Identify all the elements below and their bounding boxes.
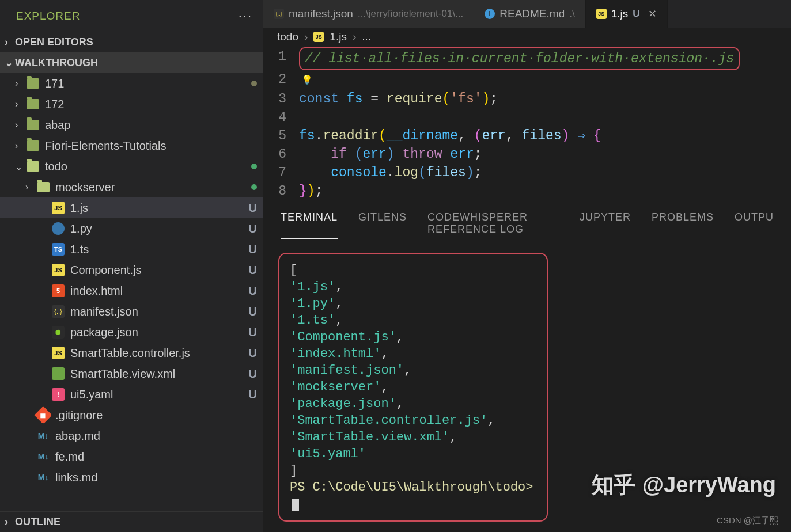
explorer-sidebar: EXPLORER ··· › OPEN EDITORS ⌄ WALKTHROUG… — [0, 0, 263, 532]
cursor — [292, 499, 299, 511]
panel-tab[interactable]: GITLENS — [358, 211, 407, 239]
folder-item[interactable]: ›abap — [0, 115, 263, 135]
terminal-line: 'ui5.yaml' — [290, 446, 536, 462]
file-item[interactable]: ⬢package.jsonU — [0, 322, 263, 343]
folder-item[interactable]: ›172 — [0, 94, 263, 115]
editor-tab[interactable]: iREADME.md.\ — [474, 0, 585, 28]
file-item[interactable]: 5index.htmlU — [0, 280, 263, 301]
folder-item[interactable]: ›Fiori-Elements-Tutotials — [0, 135, 263, 156]
git-status: U — [249, 347, 257, 360]
file-item[interactable]: 1.pyU — [0, 218, 263, 239]
git-status: U — [249, 222, 257, 235]
item-label: Fiori-Elements-Tutotials — [45, 139, 257, 153]
xml-icon — [52, 367, 65, 380]
tab-label: README.md — [499, 7, 565, 20]
py-icon — [52, 222, 65, 235]
info-icon: i — [485, 9, 495, 19]
item-label: 1.js — [70, 202, 245, 215]
code-editor[interactable]: 1// list·all·files·in·current·folder·wit… — [263, 46, 791, 200]
panel-tab[interactable]: JUPYTER — [580, 211, 631, 239]
file-item[interactable]: JSSmartTable.controller.jsU — [0, 343, 263, 363]
file-item[interactable]: {..}manifest.jsonU — [0, 301, 263, 322]
editor-area: {..}manifest.json...\jerryfiorielement-0… — [263, 0, 791, 532]
item-label: .gitignore — [55, 409, 257, 422]
js-icon: JS — [596, 9, 607, 19]
chevron-icon: › — [15, 99, 23, 109]
walkthrough-section[interactable]: ⌄ WALKTHROUGH — [0, 52, 263, 73]
folder-icon — [27, 120, 39, 130]
more-icon[interactable]: ··· — [239, 9, 252, 24]
editor-tab[interactable]: {..}manifest.json...\jerryfiorielement-0… — [263, 0, 474, 28]
file-item[interactable]: M↓abap.md — [0, 425, 263, 446]
open-editors-section[interactable]: › OPEN EDITORS — [0, 32, 263, 52]
git-status: U — [249, 388, 257, 401]
json-icon: {..} — [274, 9, 284, 19]
item-label: Component.js — [70, 264, 245, 277]
git-status: U — [249, 264, 257, 277]
item-label: SmartTable.view.xml — [70, 367, 245, 381]
folder-icon — [27, 161, 39, 172]
explorer-header: EXPLORER ··· — [0, 0, 263, 32]
folder-item[interactable]: ›171 — [0, 73, 263, 94]
item-label: ui5.yaml — [70, 388, 245, 401]
item-label: abap.md — [55, 430, 257, 443]
panel-tabs: TERMINALGITLENSCODEWHISPERER REFERENCE L… — [263, 204, 791, 242]
file-item[interactable]: TS1.tsU — [0, 239, 263, 260]
breadcrumb[interactable]: todo › JS 1.js › ... — [263, 28, 791, 46]
file-item[interactable]: JS1.jsU — [0, 197, 263, 218]
item-label: manifest.json — [70, 305, 245, 318]
item-label: 172 — [45, 98, 257, 111]
chevron-icon: › — [15, 120, 23, 130]
file-tree: ›171›172›abap›Fiori-Elements-Tutotials⌄t… — [0, 73, 263, 511]
modified-dot — [251, 184, 257, 190]
file-item[interactable]: M↓fe.md — [0, 446, 263, 467]
footer-credit: CSDN @汪子熙 — [717, 515, 778, 526]
folder-item[interactable]: ⌄todo — [0, 156, 263, 177]
item-label: index.html — [70, 284, 245, 298]
terminal-line: 'SmartTable.view.xml', — [290, 429, 536, 446]
file-item[interactable]: SmartTable.view.xmlU — [0, 363, 263, 384]
outline-section[interactable]: › OUTLINE — [0, 511, 263, 532]
tab-subtitle: ...\jerryfiorielement-01\... — [358, 8, 463, 20]
item-label: 1.ts — [70, 243, 245, 256]
panel-tab[interactable]: CODEWHISPERER REFERENCE LOG — [427, 211, 559, 239]
terminal-line: 'index.html', — [290, 345, 536, 362]
item-label: 1.py — [70, 222, 245, 235]
git-status: U — [249, 243, 257, 256]
close-icon[interactable]: ✕ — [648, 7, 657, 20]
folder-icon — [27, 140, 39, 151]
lightbulb-icon[interactable]: 💡 — [301, 75, 313, 86]
item-label: abap — [45, 119, 257, 132]
panel-tab[interactable]: OUTPU — [735, 211, 774, 239]
panel-tab[interactable]: TERMINAL — [281, 211, 338, 239]
git-status: U — [249, 305, 257, 318]
file-item[interactable]: !ui5.yamlU — [0, 384, 263, 405]
tab-label: manifest.json — [289, 7, 353, 20]
chevron-right-icon: › — [5, 36, 12, 48]
terminal-output[interactable]: [ '1.js', '1.py', '1.ts', 'Component.js'… — [278, 253, 548, 522]
file-item[interactable]: JSComponent.jsU — [0, 260, 263, 280]
ts-icon: TS — [52, 243, 65, 256]
terminal-line: 'package.json', — [290, 396, 536, 412]
git-status: U — [249, 367, 257, 381]
terminal-line: 'mockserver', — [290, 379, 536, 396]
md-icon: M↓ — [37, 450, 50, 463]
editor-tab[interactable]: JS1.jsU✕ — [586, 0, 668, 28]
md-icon: M↓ — [37, 430, 50, 442]
chevron-right-icon: › — [304, 31, 308, 43]
node-icon: ⬢ — [52, 326, 65, 339]
tab-bar: {..}manifest.json...\jerryfiorielement-0… — [263, 0, 791, 28]
folder-icon — [27, 78, 39, 89]
terminal-line: '1.js', — [290, 279, 536, 295]
file-item[interactable]: M↓links.md — [0, 467, 263, 488]
item-label: todo — [45, 160, 248, 173]
chevron-right-icon: › — [5, 516, 12, 528]
panel-tab[interactable]: PROBLEMS — [652, 211, 714, 239]
folder-item[interactable]: ›mockserver — [0, 177, 263, 197]
js-icon: JS — [313, 32, 324, 42]
modified-dot — [251, 81, 257, 86]
terminal-line: 'SmartTable.controller.js', — [290, 412, 536, 429]
git-icon: ◆ — [34, 406, 52, 424]
file-item[interactable]: ◆.gitignore — [0, 405, 263, 425]
watermark: 知乎 @JerryWang — [592, 470, 776, 500]
